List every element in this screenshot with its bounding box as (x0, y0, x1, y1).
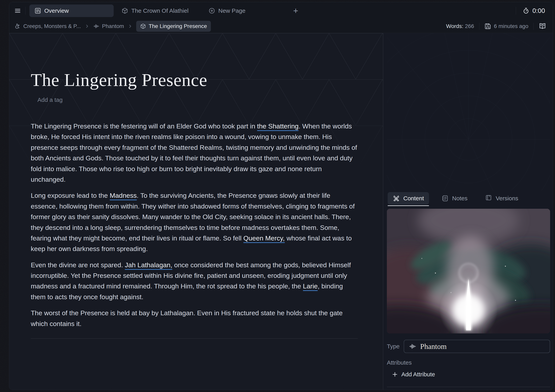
breadcrumb-item-folder[interactable]: Creeps, Monsters & P... (14, 23, 81, 29)
relationships-header: Relationships (387, 387, 550, 387)
waveform-icon (93, 23, 99, 29)
plus-circle-icon (209, 7, 215, 14)
document-status: Words:266 6 minutes ago (446, 22, 546, 30)
hamburger-icon (15, 8, 21, 14)
book-open-icon (539, 22, 546, 30)
text-run: . When the worlds broke, He forced His i… (31, 122, 357, 183)
article-end-divider (31, 338, 358, 339)
tab-the-crown-of-alathiel[interactable]: The Crown Of Alathiel (117, 5, 201, 17)
notebook-icon (442, 195, 449, 202)
cube-icon (140, 23, 146, 29)
text-run: Long exposure lead to the (31, 192, 110, 199)
cube-icon (122, 7, 128, 14)
tab-overview[interactable]: Overview (29, 5, 114, 17)
type-select[interactable]: Phantom (404, 340, 550, 353)
breadcrumb: Creeps, Monsters & P... Phantom The Ling… (14, 21, 211, 32)
panel-tab-content[interactable]: Content (388, 192, 429, 205)
status-divider (533, 23, 534, 30)
panel-tab-versions[interactable]: Versions (480, 192, 523, 205)
attributes-label: Attributes (387, 359, 550, 366)
paragraph: The Lingering Presence is the festering … (31, 121, 358, 185)
word-count-value: 266 (465, 23, 474, 29)
text-run: The worst of the Presence is held at bay… (31, 309, 343, 327)
chevron-right-icon (128, 24, 132, 29)
artwork-image (387, 209, 550, 334)
add-tag-button[interactable]: Add a tag (37, 97, 63, 103)
article-body[interactable]: The Lingering Presence is the festering … (31, 121, 358, 329)
page-cover-artwork[interactable] (387, 209, 550, 334)
last-saved-label: 6 minutes ago (494, 23, 528, 29)
session-timer[interactable]: 0:00 (523, 7, 545, 14)
timer-value: 0:00 (533, 7, 545, 14)
waveform-icon (409, 343, 416, 350)
tab-label: The Crown Of Alathiel (131, 7, 189, 14)
new-tab-button[interactable]: + (291, 7, 301, 15)
text-run: The Lingering Presence is the festering … (31, 122, 257, 130)
wiki-link[interactable]: the Shattering (257, 122, 299, 131)
add-attribute-label: Add Attribute (401, 371, 435, 378)
menu-button[interactable] (13, 6, 22, 15)
wiki-link[interactable]: Madness (110, 192, 137, 200)
pencil-brush-icon (393, 195, 400, 202)
type-label: Type (387, 343, 404, 350)
relationships-card: Relationships Originated The Madness (387, 387, 550, 387)
save-icon (484, 23, 491, 29)
breadcrumb-bar: Creeps, Monsters & P... Phantom The Ling… (9, 19, 553, 33)
main-content-row: The Lingering Presence Add a tag The Lin… (9, 33, 553, 390)
reader-mode-button[interactable] (539, 22, 546, 30)
tab-label: Overview (44, 7, 69, 14)
panel-tab-label: Content (403, 195, 424, 202)
panel-tab-notes[interactable]: Notes (437, 192, 473, 205)
breadcrumb-item-current-page[interactable]: The Lingering Presence (136, 21, 211, 32)
paragraph: The worst of the Presence is held at bay… (31, 308, 358, 329)
word-count: Words:266 (446, 23, 474, 29)
tab-label: New Page (218, 7, 245, 14)
panel-tab-label: Versions (496, 195, 518, 202)
creature-icon (14, 23, 21, 29)
word-count-label: Words: (446, 23, 463, 29)
stopwatch-icon (523, 7, 529, 14)
library-icon (35, 7, 41, 14)
wiki-link[interactable]: Queen Mercy, (243, 234, 285, 243)
wiki-link[interactable]: Larie (303, 282, 318, 291)
wiki-link[interactable]: Jah Lathalagan, (125, 261, 172, 270)
breadcrumb-label: Creeps, Monsters & P... (23, 23, 81, 29)
app-window: Overview The Crown Of Alathiel New Page … (9, 2, 553, 390)
breadcrumb-item-phantom[interactable]: Phantom (93, 23, 124, 29)
paragraph: Long exposure lead to the Madness. To th… (31, 190, 358, 254)
chevron-right-icon (85, 24, 89, 29)
panel-tab-label: Notes (452, 195, 467, 202)
panel-tab-bar: Content Notes Versions (387, 191, 550, 206)
top-tab-bar: Overview The Crown Of Alathiel New Page … (9, 2, 553, 19)
type-value: Phantom (420, 342, 447, 351)
add-attribute-button[interactable]: Add Attribute (392, 371, 435, 378)
topbar-divider (516, 7, 516, 15)
breadcrumb-label: Phantom (102, 23, 124, 29)
tab-new-page[interactable]: New Page (204, 5, 288, 17)
paragraph: Even the divine are not spared. Jah Lath… (31, 260, 358, 302)
editor-pane[interactable]: The Lingering Presence Add a tag The Lin… (9, 33, 383, 390)
background-web-pattern (387, 33, 550, 191)
type-row: Type Phantom (387, 340, 550, 353)
text-run: Even the divine are not spared. (31, 261, 125, 269)
page-title[interactable]: The Lingering Presence (31, 70, 383, 90)
plus-icon (392, 371, 398, 377)
versions-icon (485, 195, 492, 202)
last-saved: 6 minutes ago (484, 23, 528, 29)
details-panel: Content Notes Versions (383, 33, 553, 390)
status-divider (479, 23, 479, 30)
breadcrumb-label: The Lingering Presence (149, 23, 207, 29)
